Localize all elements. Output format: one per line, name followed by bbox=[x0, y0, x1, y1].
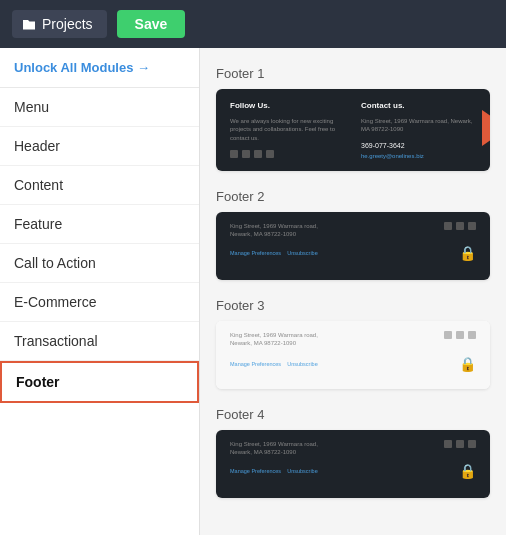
footer3-preview: King Street, 1969 Warmara road,Newark, M… bbox=[216, 321, 490, 389]
section-label-footer1: Footer 1 bbox=[216, 66, 490, 81]
folder-icon bbox=[22, 18, 36, 30]
footer2-bottom-row: Manage Preferences Unsubscribe 🔒 bbox=[230, 245, 476, 261]
f4-social-icon-tw bbox=[456, 440, 464, 448]
footer3-links: Manage Preferences Unsubscribe bbox=[230, 361, 318, 367]
f2-social-icon-ig bbox=[468, 222, 476, 230]
section-label-footer4: Footer 4 bbox=[216, 407, 490, 422]
sidebar-cta-label: Call to Action bbox=[14, 255, 96, 271]
footer2-address: King Street, 1969 Warmara road,Newark, M… bbox=[230, 222, 318, 239]
footer4-preview: King Street, 1969 Warmara road,Newark, M… bbox=[216, 430, 490, 498]
footer3-bottom-row: Manage Preferences Unsubscribe 🔒 bbox=[230, 356, 476, 372]
social-icon-fb bbox=[230, 150, 238, 158]
footer1-col2-text: King Street, 1969 Warmara road, Newark, … bbox=[361, 117, 476, 134]
sidebar-item-feature[interactable]: Feature bbox=[0, 205, 199, 244]
sidebar-footer-label: Footer bbox=[16, 374, 60, 390]
footer1-col2: Contact us. King Street, 1969 Warmara ro… bbox=[361, 101, 476, 159]
footer4-card[interactable]: King Street, 1969 Warmara road,Newark, M… bbox=[216, 430, 490, 498]
footer3-socials bbox=[444, 331, 476, 339]
social-icon-tw bbox=[242, 150, 250, 158]
footer1-phone: 369-077-3642 bbox=[361, 142, 476, 149]
svg-marker-0 bbox=[482, 110, 490, 146]
unlock-label: Unlock All Modules → bbox=[14, 60, 150, 75]
sidebar: Unlock All Modules → Menu Header Content… bbox=[0, 48, 200, 535]
social-icon-ig bbox=[254, 150, 262, 158]
section-label-footer3: Footer 3 bbox=[216, 298, 490, 313]
f2-social-icon-fb bbox=[444, 222, 452, 230]
f3-social-icon-ig bbox=[468, 331, 476, 339]
footer1-email: he.greety@onelines.biz bbox=[361, 153, 476, 159]
sidebar-transactional-label: Transactional bbox=[14, 333, 98, 349]
projects-button[interactable]: Projects bbox=[12, 10, 107, 38]
footer2-card[interactable]: King Street, 1969 Warmara road,Newark, M… bbox=[216, 212, 490, 280]
sidebar-ecommerce-label: E-Commerce bbox=[14, 294, 96, 310]
main-layout: Unlock All Modules → Menu Header Content… bbox=[0, 48, 506, 535]
footer2-links: Manage Preferences Unsubscribe bbox=[230, 250, 318, 256]
footer1-card[interactable]: Follow Us. We are always looking for new… bbox=[216, 89, 490, 171]
f3-social-icon-tw bbox=[456, 331, 464, 339]
footer4-lock-icon: 🔒 bbox=[459, 463, 476, 479]
footer2-socials bbox=[444, 222, 476, 230]
arrow-indicator bbox=[482, 110, 490, 150]
social-icon-li bbox=[266, 150, 274, 158]
sidebar-item-cta[interactable]: Call to Action bbox=[0, 244, 199, 283]
sidebar-item-menu[interactable]: Menu bbox=[0, 88, 199, 127]
save-label: Save bbox=[135, 16, 168, 32]
f3-social-icon-fb bbox=[444, 331, 452, 339]
footer1-preview: Follow Us. We are always looking for new… bbox=[216, 89, 490, 171]
footer1-col1: Follow Us. We are always looking for new… bbox=[230, 101, 345, 159]
footer4-top-row: King Street, 1969 Warmara road,Newark, M… bbox=[230, 440, 476, 457]
sidebar-item-ecommerce[interactable]: E-Commerce bbox=[0, 283, 199, 322]
footer2-lock-icon: 🔒 bbox=[459, 245, 476, 261]
footer1-col1-text: We are always looking for new exciting p… bbox=[230, 117, 345, 142]
footer4-bottom-row: Manage Preferences Unsubscribe 🔒 bbox=[230, 463, 476, 479]
footer4-links: Manage Preferences Unsubscribe bbox=[230, 468, 318, 474]
f4-social-icon-fb bbox=[444, 440, 452, 448]
footer1-col2-title: Contact us. bbox=[361, 101, 476, 110]
save-button[interactable]: Save bbox=[117, 10, 186, 38]
footer4-socials bbox=[444, 440, 476, 448]
topbar: Projects Save bbox=[0, 0, 506, 48]
sidebar-item-footer[interactable]: Footer bbox=[0, 361, 199, 403]
sidebar-unlock-all[interactable]: Unlock All Modules → bbox=[0, 48, 199, 88]
sidebar-header-label: Header bbox=[14, 138, 60, 154]
sidebar-item-content[interactable]: Content bbox=[0, 166, 199, 205]
footer1-socials bbox=[230, 150, 345, 158]
sidebar-content-label: Content bbox=[14, 177, 63, 193]
sidebar-item-header[interactable]: Header bbox=[0, 127, 199, 166]
footer3-address: King Street, 1969 Warmara road,Newark, M… bbox=[230, 331, 476, 348]
footer3-card[interactable]: King Street, 1969 Warmara road,Newark, M… bbox=[216, 321, 490, 389]
sidebar-feature-label: Feature bbox=[14, 216, 62, 232]
footer1-col1-title: Follow Us. bbox=[230, 101, 345, 110]
section-label-footer2: Footer 2 bbox=[216, 189, 490, 204]
footer2-top-row: King Street, 1969 Warmara road,Newark, M… bbox=[230, 222, 476, 239]
f2-social-icon-tw bbox=[456, 222, 464, 230]
footer3-lock-icon: 🔒 bbox=[459, 356, 476, 372]
sidebar-menu-label: Menu bbox=[14, 99, 49, 115]
content-area: Footer 1 Follow Us. We are always lookin… bbox=[200, 48, 506, 535]
footer4-address: King Street, 1969 Warmara road,Newark, M… bbox=[230, 440, 318, 457]
sidebar-item-transactional[interactable]: Transactional bbox=[0, 322, 199, 361]
footer2-preview: King Street, 1969 Warmara road,Newark, M… bbox=[216, 212, 490, 280]
f4-social-icon-ig bbox=[468, 440, 476, 448]
projects-label: Projects bbox=[42, 16, 93, 32]
